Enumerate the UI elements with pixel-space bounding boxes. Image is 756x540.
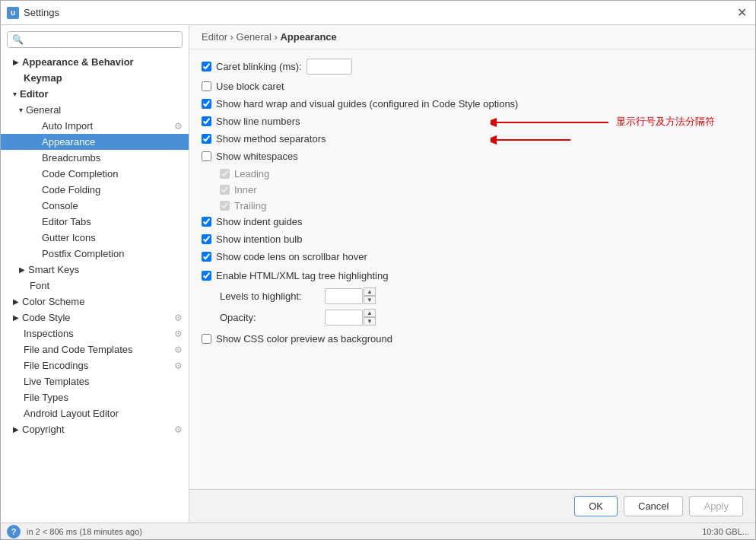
sidebar-item-label: Copyright — [22, 424, 65, 435]
sidebar-item-font[interactable]: Font — [1, 278, 189, 294]
caret-blinking-input[interactable]: 500 — [307, 59, 352, 75]
levels-row: Levels to highlight: 6 ▲ ▼ — [220, 287, 743, 304]
close-button[interactable]: ✕ — [734, 5, 749, 21]
sidebar-item-label: File and Code Templates — [24, 344, 133, 355]
sidebar-item-auto-import[interactable]: Auto Import⚙ — [1, 118, 189, 134]
enable-html-checkbox[interactable] — [202, 271, 211, 281]
sidebar-item-general[interactable]: ▾General — [1, 102, 189, 118]
show-whitespaces-label[interactable]: Show whitespaces — [202, 151, 298, 162]
inner-label[interactable]: Inner — [220, 184, 257, 195]
search-box[interactable] — [7, 31, 183, 48]
arrow-icon: ▶ — [13, 297, 19, 306]
levels-down-button[interactable]: ▼ — [364, 296, 376, 304]
breadcrumb-separator-1: › — [230, 31, 237, 43]
sidebar-item-color-scheme[interactable]: ▶Color Scheme — [1, 294, 189, 310]
sidebar-item-file-types[interactable]: File Types — [1, 389, 189, 405]
sidebar-item-smart-keys[interactable]: ▶Smart Keys — [1, 262, 189, 278]
ok-button[interactable]: OK — [574, 496, 618, 516]
app-icon: u — [7, 7, 19, 19]
show-css-color-checkbox[interactable] — [202, 334, 211, 344]
sidebar-item-appearance[interactable]: Appearance — [1, 134, 189, 150]
sidebar-item-code-folding[interactable]: Code Folding — [1, 182, 189, 198]
sidebar-item-file-encodings[interactable]: File Encodings⚙ — [1, 357, 189, 373]
gear-icon: ⚙ — [174, 329, 183, 339]
show-code-lens-checkbox[interactable] — [202, 252, 211, 262]
sidebar-item-android-layout-editor[interactable]: Android Layout Editor — [1, 405, 189, 421]
sidebar-item-label: Code Completion — [42, 168, 118, 179]
arrow-icon: ▶ — [13, 313, 19, 322]
caret-blinking-label[interactable]: Caret blinking (ms): — [202, 61, 302, 72]
levels-spin-buttons: ▲ ▼ — [364, 287, 376, 304]
sidebar-item-code-completion[interactable]: Code Completion — [1, 166, 189, 182]
opacity-input[interactable]: 0.1 — [325, 310, 363, 326]
trailing-row: Trailing — [220, 200, 743, 211]
show-method-separators-checkbox[interactable] — [202, 134, 211, 144]
leading-row: Leading — [220, 168, 743, 179]
sidebar-item-code-style[interactable]: ▶Code Style⚙ — [1, 310, 189, 326]
show-method-separators-label[interactable]: Show method separators — [202, 133, 326, 145]
gear-icon: ⚙ — [174, 121, 183, 132]
content-area: ▶Appearance & BehaviorKeymap▾Editor▾Gene… — [1, 25, 755, 523]
sidebar-item-label: File Encodings — [24, 360, 88, 371]
show-whitespaces-checkbox[interactable] — [202, 151, 211, 161]
titlebar: u Settings ✕ — [1, 1, 755, 25]
show-hard-wrap-checkbox[interactable] — [202, 99, 211, 109]
show-indent-guides-row: Show indent guides — [202, 216, 743, 227]
levels-input[interactable]: 6 — [325, 288, 363, 304]
breadcrumb-current: Appearance — [280, 31, 336, 43]
footer: OK Cancel Apply — [189, 489, 755, 523]
leading-checkbox[interactable] — [220, 169, 230, 179]
opacity-up-button[interactable]: ▲ — [364, 309, 376, 317]
show-line-numbers-label[interactable]: Show line numbers — [202, 116, 300, 127]
sidebar-item-inspections[interactable]: Inspections⚙ — [1, 326, 189, 341]
whitespace-sub-options: Leading Inner Trailing — [220, 168, 743, 211]
show-hard-wrap-label[interactable]: Show hard wrap and visual guides (config… — [202, 98, 518, 110]
show-code-lens-label[interactable]: Show code lens on scrollbar hover — [202, 251, 367, 262]
show-hard-wrap-row: Show hard wrap and visual guides (config… — [202, 98, 743, 110]
sidebar-items-container: ▶Appearance & BehaviorKeymap▾Editor▾Gene… — [1, 54, 189, 437]
use-block-caret-row: Use block caret — [202, 81, 743, 92]
gear-icon: ⚙ — [174, 361, 183, 371]
trailing-label[interactable]: Trailing — [220, 200, 266, 211]
sidebar-item-breadcrumbs[interactable]: Breadcrumbs — [1, 150, 189, 166]
inner-checkbox[interactable] — [220, 185, 230, 195]
sidebar-item-gutter-icons[interactable]: Gutter Icons — [1, 230, 189, 246]
sidebar-item-file-code-templates[interactable]: File and Code Templates⚙ — [1, 341, 189, 357]
show-intention-bulb-label[interactable]: Show intention bulb — [202, 233, 302, 245]
sidebar-item-editor[interactable]: ▾Editor — [1, 86, 189, 102]
trailing-checkbox[interactable] — [220, 201, 230, 211]
enable-html-label[interactable]: Enable HTML/XML tag tree highlighting — [202, 270, 388, 281]
sidebar-item-appearance-behavior[interactable]: ▶Appearance & Behavior — [1, 54, 189, 70]
use-block-caret-label[interactable]: Use block caret — [202, 81, 284, 92]
sidebar-item-label: Editor Tabs — [42, 216, 91, 227]
cancel-button[interactable]: Cancel — [624, 496, 683, 516]
sidebar-item-keymap[interactable]: Keymap — [1, 70, 189, 86]
sidebar-item-live-templates[interactable]: Live Templates — [1, 373, 189, 389]
show-css-color-label[interactable]: Show CSS color preview as background — [202, 333, 392, 345]
show-intention-bulb-checkbox[interactable] — [202, 234, 211, 244]
caret-blinking-row: Caret blinking (ms): 500 — [202, 59, 743, 75]
leading-label[interactable]: Leading — [220, 168, 269, 179]
show-indent-guides-checkbox[interactable] — [202, 217, 211, 227]
sidebar-item-postfix-completion[interactable]: Postfix Completion — [1, 246, 189, 262]
sidebar-item-editor-tabs[interactable]: Editor Tabs — [1, 214, 189, 230]
sidebar-item-label: Gutter Icons — [42, 232, 96, 243]
apply-button[interactable]: Apply — [689, 496, 743, 516]
show-line-numbers-checkbox[interactable] — [202, 116, 211, 126]
search-input[interactable] — [12, 34, 177, 45]
gear-icon: ⚙ — [174, 424, 183, 435]
opacity-down-button[interactable]: ▼ — [364, 317, 376, 326]
sidebar-item-copyright[interactable]: ▶Copyright⚙ — [1, 421, 189, 437]
show-code-lens-row: Show code lens on scrollbar hover — [202, 251, 743, 262]
settings-content: Caret blinking (ms): 500 Use block caret — [189, 49, 755, 489]
sidebar-item-console[interactable]: Console — [1, 198, 189, 214]
sidebar-item-label: Keymap — [24, 72, 62, 84]
breadcrumb-part-2: General — [237, 31, 272, 43]
opacity-row: Opacity: 0.1 ▲ ▼ — [220, 309, 743, 326]
use-block-caret-checkbox[interactable] — [202, 81, 211, 91]
show-indent-guides-label[interactable]: Show indent guides — [202, 216, 302, 227]
caret-blinking-checkbox[interactable] — [202, 62, 211, 71]
sidebar-item-label: Inspections — [24, 328, 74, 339]
levels-up-button[interactable]: ▲ — [364, 287, 376, 296]
help-button[interactable]: ? — [7, 525, 21, 538]
